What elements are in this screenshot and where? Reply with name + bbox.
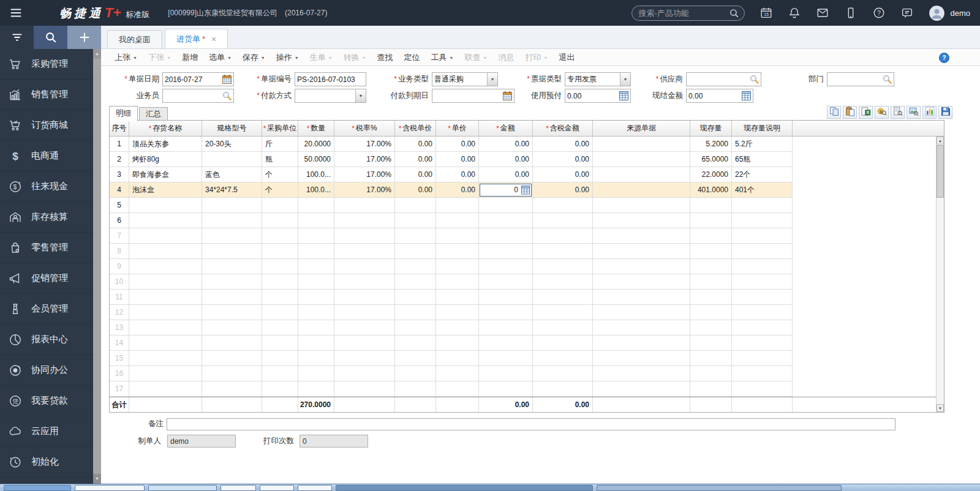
cell-stock-desc[interactable]: [732, 351, 793, 366]
cell-amount-taxed[interactable]: 0.00: [533, 152, 593, 167]
cell-spec[interactable]: [202, 290, 262, 305]
cell-amount-taxed[interactable]: [533, 335, 593, 351]
tab-my-desktop[interactable]: 我的桌面: [107, 30, 162, 48]
copy-button[interactable]: [827, 106, 841, 119]
doc-preview-button[interactable]: [891, 106, 905, 119]
pay-due-input[interactable]: [432, 89, 514, 103]
taskbar-start-button[interactable]: [4, 485, 71, 491]
grid-scrollbar[interactable]: ▲ ▼: [936, 137, 944, 412]
cell-spec[interactable]: 20-30头: [202, 137, 262, 152]
cell-stock-desc[interactable]: [732, 335, 793, 351]
cell-price[interactable]: 0.00: [436, 137, 479, 152]
cell-tax-rate[interactable]: [334, 259, 395, 274]
cell-stock[interactable]: 5.2000: [690, 137, 732, 152]
column-header-unit[interactable]: *采购单位: [262, 121, 298, 136]
cell-price[interactable]: [436, 335, 479, 351]
cell-stock-desc[interactable]: [732, 290, 793, 305]
cell-stock-desc[interactable]: 5.2斤: [732, 137, 793, 152]
cell-unit[interactable]: 个: [262, 167, 298, 182]
cell-tax-rate[interactable]: [334, 198, 395, 213]
taskbar-window-button[interactable]: [148, 485, 217, 491]
cell-price-taxed[interactable]: [395, 290, 436, 305]
cell-amount[interactable]: 0.00: [479, 152, 533, 167]
cell-seq[interactable]: 8: [110, 244, 129, 259]
cell-item-name[interactable]: [129, 213, 202, 228]
magnifier-icon[interactable]: [749, 74, 760, 84]
cell-price-taxed[interactable]: [395, 335, 436, 351]
cell-tax-rate[interactable]: [334, 228, 395, 244]
search-input[interactable]: [638, 9, 729, 18]
cell-amount-taxed[interactable]: [533, 290, 593, 305]
cell-spec[interactable]: 蓝色: [202, 167, 262, 182]
tab-purchase-order[interactable]: 进货单 * ×: [165, 29, 228, 48]
cash-amount-value[interactable]: [687, 92, 741, 100]
column-header-price-taxed[interactable]: *含税单价: [395, 121, 436, 136]
cell-price-taxed[interactable]: [395, 320, 436, 335]
cell-price-taxed[interactable]: [395, 244, 436, 259]
cell-source[interactable]: [593, 137, 690, 152]
cell-seq[interactable]: 6: [110, 213, 129, 228]
cell-unit[interactable]: [262, 366, 298, 381]
cell-amount[interactable]: [479, 320, 533, 335]
taskbar-window-button[interactable]: [298, 485, 332, 491]
find-money-button[interactable]: $: [875, 106, 889, 119]
cell-source[interactable]: [593, 259, 690, 274]
help-icon[interactable]: ?: [872, 6, 886, 20]
cell-unit[interactable]: [262, 351, 298, 366]
cell-tax-rate[interactable]: [334, 397, 395, 412]
cell-seq[interactable]: 14: [110, 335, 129, 351]
cell-source[interactable]: [593, 274, 690, 290]
department-value[interactable]: [827, 75, 882, 84]
cell-source[interactable]: [593, 228, 690, 244]
cell-stock[interactable]: [690, 320, 732, 335]
cell-tax-rate[interactable]: 17.00%: [334, 182, 395, 198]
cell-price[interactable]: [436, 244, 479, 259]
calendar-icon[interactable]: [222, 74, 232, 84]
cell-qty[interactable]: [298, 290, 334, 305]
amount-editor[interactable]: 0: [480, 184, 532, 197]
cell-price-taxed[interactable]: [395, 351, 436, 366]
cell-price[interactable]: [436, 351, 479, 366]
cell-amount-taxed[interactable]: [533, 381, 593, 397]
cell-item-name[interactable]: [129, 228, 202, 244]
excel-button[interactable]: X: [859, 106, 873, 119]
cell-source[interactable]: [593, 290, 690, 305]
cell-price[interactable]: [436, 290, 479, 305]
cell-unit[interactable]: 瓶: [262, 152, 298, 167]
sidebar-item-report[interactable]: 报表中心: [0, 324, 93, 355]
toolbar-prev-button[interactable]: 上张▼: [109, 50, 143, 65]
cell-price[interactable]: [436, 228, 479, 244]
salesman-value[interactable]: [163, 92, 222, 100]
cell-spec[interactable]: [202, 228, 262, 244]
cell-qty[interactable]: [298, 228, 334, 244]
column-header-amount[interactable]: *金额: [479, 121, 533, 136]
cell-seq[interactable]: 7: [110, 228, 129, 244]
cell-stock-desc[interactable]: [732, 244, 793, 259]
cell-amount-taxed[interactable]: 0.00: [533, 137, 593, 152]
cell-amount-taxed[interactable]: [533, 274, 593, 290]
cell-source[interactable]: [593, 244, 690, 259]
cell-tax-rate[interactable]: [334, 244, 395, 259]
department-input[interactable]: [827, 72, 894, 86]
cell-stock[interactable]: [690, 351, 732, 366]
cell-unit[interactable]: [262, 381, 298, 397]
cell-seq[interactable]: 11: [110, 290, 129, 305]
cell-spec[interactable]: [202, 244, 262, 259]
cell-qty[interactable]: [298, 305, 334, 320]
user-menu[interactable]: demo: [929, 5, 970, 21]
cell-stock[interactable]: [690, 274, 732, 290]
tab-detail[interactable]: 明细: [109, 106, 138, 121]
cell-stock[interactable]: [690, 198, 732, 213]
sidebar-scrollbar[interactable]: ▲ ▼: [93, 49, 101, 484]
global-search[interactable]: [631, 6, 745, 21]
bill-no-value[interactable]: [295, 75, 366, 84]
cell-item-name[interactable]: [129, 381, 202, 397]
cell-source[interactable]: [593, 305, 690, 320]
cell-item-name[interactable]: [129, 198, 202, 213]
cell-price-taxed[interactable]: [395, 259, 436, 274]
cell-amount-taxed[interactable]: [533, 198, 593, 213]
bill-no-input[interactable]: [295, 72, 366, 86]
taskbar-window-button[interactable]: [75, 485, 145, 491]
cell-seq[interactable]: 17: [110, 381, 129, 397]
cell-amount[interactable]: [479, 244, 533, 259]
